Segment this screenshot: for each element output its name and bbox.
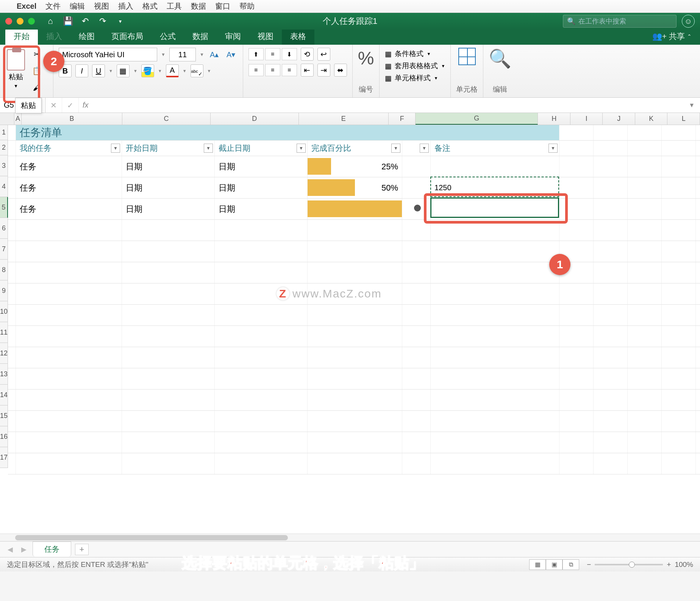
- menu-format[interactable]: 格式: [142, 1, 158, 11]
- tab-layout[interactable]: 页面布局: [103, 28, 152, 45]
- header-start[interactable]: 开始日期▼: [122, 141, 215, 156]
- col-header-B[interactable]: B: [22, 113, 122, 125]
- row-header-5[interactable]: 5: [0, 197, 8, 218]
- menu-data[interactable]: 数据: [191, 1, 206, 11]
- font-color-button[interactable]: A: [166, 64, 179, 77]
- table-row[interactable]: [8, 241, 700, 262]
- home-icon[interactable]: ⌂: [45, 16, 55, 26]
- col-header-G[interactable]: G: [416, 113, 538, 125]
- scrollbar-thumb[interactable]: [15, 535, 288, 540]
- row-header-1[interactable]: 1: [0, 125, 8, 140]
- formula-input[interactable]: [92, 98, 684, 113]
- align-top-button[interactable]: ⬆: [248, 48, 264, 60]
- copy-icon[interactable]: 📋: [30, 64, 43, 77]
- search-input[interactable]: 🔍 在工作表中搜索: [563, 15, 677, 28]
- table-format-button[interactable]: ▦ 套用表格格式 ▼: [385, 61, 445, 71]
- align-bottom-button[interactable]: ⬇: [282, 48, 297, 60]
- qat-more-icon[interactable]: ▾: [115, 16, 125, 26]
- row-header-4[interactable]: 4: [0, 176, 8, 197]
- align-left-button[interactable]: ≡: [248, 64, 264, 76]
- menu-view[interactable]: 视图: [94, 1, 109, 11]
- fill-color-button[interactable]: 🪣: [141, 64, 154, 77]
- col-header-L[interactable]: L: [667, 113, 700, 125]
- tab-draw[interactable]: 绘图: [70, 28, 103, 45]
- filter-button[interactable]: ▼: [420, 144, 429, 153]
- row-header-12[interactable]: 12: [0, 343, 8, 364]
- redo-icon[interactable]: ↷: [98, 16, 108, 26]
- expand-formula-icon[interactable]: ▼: [683, 102, 700, 109]
- filter-button[interactable]: ▼: [391, 144, 400, 153]
- table-row[interactable]: [8, 220, 700, 241]
- col-header-A[interactable]: A: [14, 113, 22, 125]
- increase-indent-button[interactable]: ⇥: [317, 64, 330, 77]
- row-header-8[interactable]: 8: [0, 260, 8, 280]
- col-header-I[interactable]: I: [570, 113, 603, 125]
- filter-button[interactable]: ▼: [111, 144, 120, 153]
- grid[interactable]: 任务清单 我的任务▼ 开始日期▼ 截止日期▼ 完成百分比▼ ▼ 备注▼ 任务 日…: [8, 125, 700, 474]
- normal-view-button[interactable]: ▦: [529, 559, 546, 570]
- header-task[interactable]: 我的任务▼: [16, 141, 122, 156]
- increase-font-icon[interactable]: A▴: [208, 48, 221, 61]
- row-header-17[interactable]: 17: [0, 447, 8, 468]
- row-header-16[interactable]: 16: [0, 426, 8, 447]
- tab-insert[interactable]: 插入: [38, 28, 70, 45]
- table-row[interactable]: [8, 432, 700, 453]
- underline-button[interactable]: U: [92, 64, 105, 77]
- table-row[interactable]: [8, 390, 700, 411]
- row-header-9[interactable]: 9: [0, 280, 8, 301]
- zoom-in-button[interactable]: +: [667, 560, 671, 569]
- header-blank[interactable]: ▼: [402, 141, 431, 156]
- phonetic-button[interactable]: abc✓: [191, 64, 203, 77]
- cells-icon[interactable]: [458, 48, 476, 65]
- page-break-view-button[interactable]: ⧉: [562, 559, 579, 570]
- orientation-button[interactable]: ⟲: [301, 48, 314, 61]
- row-header-7[interactable]: 7: [0, 239, 8, 260]
- row-header-2[interactable]: 2: [0, 140, 8, 155]
- prev-sheet-button[interactable]: ◀: [5, 545, 15, 554]
- header-pct[interactable]: 完成百分比▼: [308, 141, 402, 156]
- filter-button[interactable]: ▼: [297, 144, 306, 153]
- decrease-font-icon[interactable]: A▾: [225, 48, 238, 61]
- table-row[interactable]: [8, 326, 700, 347]
- percent-format-icon[interactable]: %: [358, 48, 374, 69]
- col-header-J[interactable]: J: [603, 113, 635, 125]
- header-note[interactable]: 备注▼: [431, 141, 559, 156]
- minimize-window-button[interactable]: [17, 18, 23, 25]
- font-size-select[interactable]: [169, 48, 196, 61]
- table-row[interactable]: [8, 453, 700, 474]
- align-center-button[interactable]: ≡: [265, 64, 280, 76]
- close-window-button[interactable]: [5, 18, 12, 25]
- tab-table[interactable]: 表格: [282, 28, 314, 45]
- tab-review[interactable]: 审阅: [217, 28, 249, 45]
- col-header-F[interactable]: F: [389, 113, 416, 125]
- zoom-level[interactable]: 100%: [675, 560, 693, 569]
- chevron-down-icon[interactable]: ▼: [14, 83, 18, 89]
- menu-help[interactable]: 帮助: [239, 1, 255, 11]
- table-row[interactable]: [8, 283, 700, 305]
- row-header-3[interactable]: 3: [0, 155, 8, 176]
- decrease-indent-button[interactable]: ⇤: [301, 64, 314, 77]
- align-middle-button[interactable]: ≡: [265, 48, 280, 60]
- next-sheet-button[interactable]: ▶: [19, 545, 29, 554]
- table-row[interactable]: 任务 日期 日期 50% 1250: [8, 177, 700, 199]
- sheet-tab[interactable]: 任务: [33, 542, 71, 557]
- table-row[interactable]: 任务 日期 日期 100%: [8, 199, 700, 220]
- menu-window[interactable]: 窗口: [215, 1, 230, 11]
- row-header-13[interactable]: 13: [0, 364, 8, 385]
- confirm-formula-button[interactable]: ✓: [62, 98, 79, 113]
- row-header-11[interactable]: 11: [0, 322, 8, 343]
- select-all-corner[interactable]: [0, 113, 14, 125]
- zoom-out-button[interactable]: −: [587, 560, 591, 569]
- table-title[interactable]: 任务清单: [16, 125, 559, 140]
- filter-button[interactable]: ▼: [204, 144, 213, 153]
- share-button[interactable]: 👥+ 共享 ⌃: [644, 28, 700, 45]
- save-icon[interactable]: 💾: [63, 16, 73, 26]
- find-icon[interactable]: 🔍: [489, 48, 511, 69]
- tab-home[interactable]: 开始: [5, 28, 38, 45]
- wrap-text-button[interactable]: ↩: [317, 48, 330, 61]
- zoom-slider[interactable]: [595, 564, 663, 565]
- table-row[interactable]: [8, 262, 700, 283]
- table-row[interactable]: [8, 368, 700, 390]
- menu-file[interactable]: 文件: [45, 1, 61, 11]
- cell-styles-button[interactable]: ▦ 单元格样式 ▼: [385, 73, 445, 83]
